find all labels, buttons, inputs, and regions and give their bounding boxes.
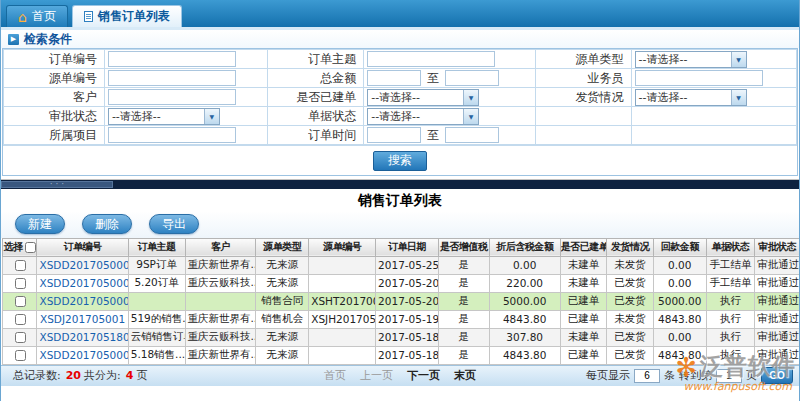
first-page-link[interactable]: 首页 [324, 368, 346, 383]
col-subject: 订单主题 [128, 238, 185, 256]
col-approval: 审批状态 [755, 238, 800, 256]
source-no-field [104, 69, 267, 88]
time-to-input[interactable] [445, 127, 499, 143]
row-select-cell [3, 292, 37, 310]
cell-order-no: XSDD2017050004 [37, 256, 128, 274]
doc-status-select[interactable]: --请选择-- ▼ [367, 108, 479, 125]
goto-page-input[interactable] [716, 369, 742, 383]
pages-unit: 页 [136, 368, 147, 383]
cell-customer: 重庆新世界有... [185, 310, 256, 328]
order-number-link[interactable]: XSDD20170518031 [39, 331, 128, 343]
order-number-link[interactable]: XSDD2017050003 [39, 349, 128, 361]
cell-vat: 是 [438, 328, 489, 346]
is-created-field: --请选择-- ▼ [364, 88, 536, 107]
amount-from-input[interactable] [367, 70, 421, 86]
cell-payment: 4843.80 [653, 346, 706, 364]
cell-customer: 重庆云贩科技... [185, 274, 256, 292]
row-select-cell [3, 256, 37, 274]
row-checkbox[interactable] [15, 314, 26, 325]
table-row[interactable]: XSDD20170518031云销销售订单重庆云贩科技...无来源2017-05… [3, 328, 800, 346]
prev-page-link[interactable]: 上一页 [360, 368, 393, 383]
table-row[interactable]: XSDD20170500035.18销售...重庆新世界有...无来源2017-… [3, 346, 800, 364]
salesman-input[interactable] [635, 70, 763, 86]
export-button[interactable]: 导出 [149, 214, 199, 234]
amount-to-input[interactable] [445, 70, 499, 86]
cell-delivery: 已发货 [607, 292, 654, 310]
cell-approval: 审批通过 [755, 346, 800, 364]
table-row[interactable]: XSDD2017050002销售合同XSHT201700...2017-05-2… [3, 292, 800, 310]
order-number-link[interactable]: XSDD2017050001 [39, 277, 128, 289]
col-created: 是否已建单 [560, 238, 607, 256]
row-checkbox[interactable] [15, 278, 26, 289]
select-all-checkbox[interactable] [25, 242, 36, 253]
customer-input[interactable] [108, 89, 236, 105]
source-no-input[interactable] [108, 70, 236, 86]
row-checkbox[interactable] [15, 296, 26, 307]
last-page-link[interactable]: 末页 [454, 368, 476, 383]
cell-date: 2017-05-19 [376, 310, 439, 328]
cell-approval: 审批通过 [755, 256, 800, 274]
cell-date: 2017-05-18 [376, 346, 439, 364]
col-vat: 是否增值税 [438, 238, 489, 256]
search-button[interactable]: 搜索 [373, 151, 427, 171]
table-row[interactable]: XSDJ201705001519的销售...重庆新世界有...销售机会XSJH2… [3, 310, 800, 328]
cell-payment: 4843.80 [653, 310, 706, 328]
chevron-down-icon: ▼ [204, 109, 219, 124]
cell-customer: 重庆新世界有... [185, 346, 256, 364]
search-conditions-header[interactable]: ▶ 检索条件 [1, 30, 799, 48]
cell-amount: 220.00 [489, 274, 560, 292]
col-payment: 回款金额 [653, 238, 706, 256]
next-page-link[interactable]: 下一页 [407, 368, 440, 383]
pagination-bar: 总记录数: 20 共分为: 4 页 首页 上一页 下一页 末页 每页显示 条 转… [1, 365, 799, 386]
order-number-link[interactable]: XSDD2017050002 [39, 295, 128, 307]
cell-created: 未建单 [560, 328, 607, 346]
tab-sales-order-list[interactable]: 销售订单列表 [72, 5, 182, 27]
cell-created: 未建单 [560, 274, 607, 292]
order-no-input[interactable] [108, 51, 236, 67]
is-created-select[interactable]: --请选择-- ▼ [367, 89, 479, 106]
order-number-link[interactable]: XSDD2017050004 [39, 259, 128, 271]
row-checkbox[interactable] [15, 332, 26, 343]
table-row[interactable]: XSDD20170500015.20订单重庆云贩科技...无来源2017-05-… [3, 274, 800, 292]
cell-order-no: XSDD20170518031 [37, 328, 128, 346]
project-label: 所属项目 [4, 126, 105, 145]
goto-label: 转到第 [679, 368, 712, 383]
cell-source-type: 销售机会 [256, 310, 309, 328]
row-checkbox[interactable] [15, 260, 26, 271]
chevron-down-icon: ▼ [463, 109, 478, 124]
go-button[interactable]: GO [761, 367, 793, 384]
delete-button[interactable]: 删除 [82, 214, 132, 234]
chevron-down-icon: ▼ [731, 90, 746, 105]
per-page-input[interactable] [634, 369, 660, 383]
chevron-down-icon: ▼ [731, 52, 746, 67]
col-doc-status: 单据状态 [706, 238, 755, 256]
source-type-select[interactable]: --请选择-- ▼ [635, 51, 747, 68]
table-row[interactable]: XSDD20170500049SP订单重庆新世界有...无来源2017-05-2… [3, 256, 800, 274]
search-button-row: 搜索 [3, 145, 797, 175]
cell-source-no [309, 274, 376, 292]
cell-source-type: 无来源 [256, 346, 309, 364]
cell-source-no [309, 256, 376, 274]
project-input[interactable] [108, 127, 236, 143]
approval-select[interactable]: --请选择-- ▼ [108, 108, 220, 125]
chevron-down-icon: ▼ [463, 90, 478, 105]
source-type-label: 源单类型 [535, 50, 631, 69]
time-from-input[interactable] [367, 127, 421, 143]
delivery-select[interactable]: --请选择-- ▼ [635, 89, 747, 106]
horizontal-scrollbar[interactable] [1, 180, 799, 189]
order-number-link[interactable]: XSDJ201705001 [40, 313, 125, 325]
row-checkbox[interactable] [15, 350, 26, 361]
order-time-field: 至 [364, 126, 536, 145]
cell-created: 已建单 [560, 292, 607, 310]
order-no-field [104, 50, 267, 69]
empty-field [631, 107, 797, 126]
cell-source-type: 无来源 [256, 256, 309, 274]
cell-approval: 审批通过 [755, 274, 800, 292]
list-title: 销售订单列表 [1, 189, 799, 211]
cell-order-no: XSDD2017050001 [37, 274, 128, 292]
tab-home[interactable]: ⌂ 首页 [6, 5, 68, 27]
new-button[interactable]: 新建 [15, 214, 65, 234]
subject-input[interactable] [367, 51, 495, 67]
row-select-cell [3, 274, 37, 292]
scrollbar-thumb[interactable] [1, 181, 113, 188]
